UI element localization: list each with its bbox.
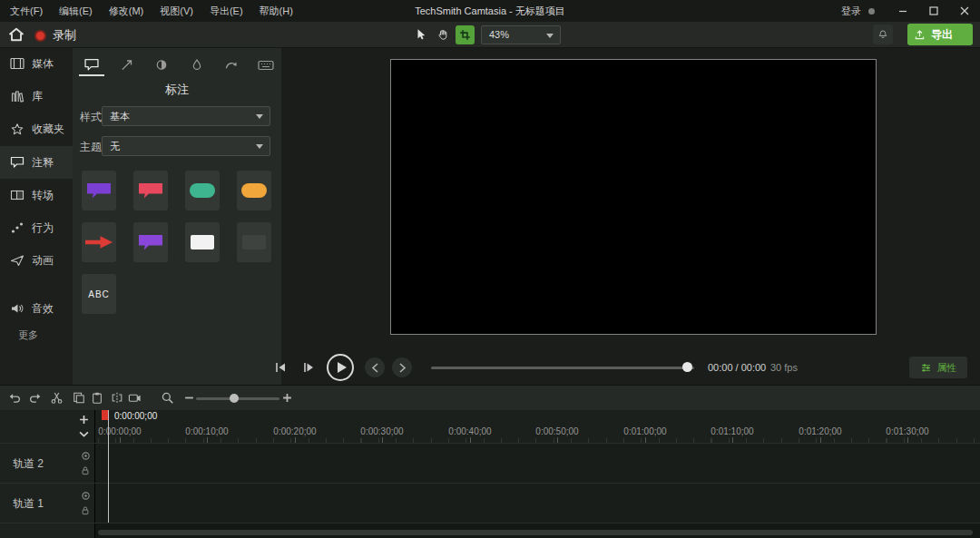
screenshot-button[interactable] xyxy=(127,390,142,406)
chevron-down-icon xyxy=(256,114,263,119)
split-button[interactable] xyxy=(109,390,124,406)
notifications-button[interactable] xyxy=(873,24,893,44)
arrow-icon xyxy=(120,58,134,72)
sidebar-item-library[interactable]: 库 xyxy=(0,80,73,112)
media-icon xyxy=(10,57,24,70)
sidebar-item-animations[interactable]: 动画 xyxy=(0,244,73,277)
callout-thumb-red-bubble[interactable] xyxy=(133,171,168,210)
purple-shape xyxy=(139,235,162,250)
timeline-zoom-knob[interactable] xyxy=(230,394,239,403)
cut-button[interactable] xyxy=(49,390,64,406)
crop-tool-button[interactable] xyxy=(456,25,475,44)
playback-fps: 30 fps xyxy=(770,362,798,373)
play-button[interactable] xyxy=(327,354,354,381)
maximize-button[interactable] xyxy=(918,0,949,22)
step-back-button[interactable] xyxy=(365,357,385,377)
jump-to-start-button[interactable] xyxy=(272,359,289,376)
export-label: 导出 xyxy=(931,27,953,43)
record-button[interactable]: 录制 xyxy=(34,24,76,47)
menu-modify[interactable]: 修改(M) xyxy=(101,0,152,22)
style-dropdown[interactable]: 基本 xyxy=(102,106,270,126)
properties-button[interactable]: 属性 xyxy=(909,357,967,378)
callout-thumb-outline[interactable] xyxy=(237,222,271,262)
zoom-out-button[interactable] xyxy=(181,390,197,406)
menu-view[interactable]: 视图(V) xyxy=(152,0,201,22)
tab-arrows[interactable] xyxy=(116,54,138,74)
zoom-in-button[interactable] xyxy=(279,390,295,406)
menu-edit[interactable]: 编辑(E) xyxy=(51,0,101,22)
timeline-zoom-search-icon[interactable] xyxy=(160,390,175,406)
track1-toggle-icon[interactable] xyxy=(79,489,92,502)
callout-thumb-yellow-cloud[interactable] xyxy=(237,171,271,210)
green-cloud-shape xyxy=(190,183,215,198)
sidebar-item-audio-effects[interactable]: 音效 xyxy=(0,292,73,325)
collapse-tracks-button[interactable] xyxy=(76,427,91,440)
minimize-button[interactable] xyxy=(887,0,918,22)
tab-shapes[interactable] xyxy=(151,54,172,74)
callout-thumb-red-burst[interactable] xyxy=(82,222,116,262)
track2-lock-icon[interactable] xyxy=(79,464,92,476)
scrubber-knob[interactable] xyxy=(682,362,692,372)
menu-file[interactable]: 文件(F) xyxy=(2,0,51,22)
sidebar-item-media[interactable]: 媒体 xyxy=(0,47,73,80)
undo-button[interactable] xyxy=(7,390,23,406)
track1-lock-icon[interactable] xyxy=(79,504,92,516)
callout-thumb-white-rect[interactable] xyxy=(185,222,220,262)
titlebar-right: 登录 xyxy=(836,0,980,22)
menu-help[interactable]: 帮助(H) xyxy=(251,0,301,22)
callout-thumb-purple-shape[interactable] xyxy=(133,222,168,262)
next-frame-button[interactable] xyxy=(300,359,317,376)
sidebar-item-transitions[interactable]: 转场 xyxy=(0,179,73,211)
callout-thumb-text[interactable]: ABC xyxy=(82,274,116,314)
pan-tool-button[interactable] xyxy=(436,27,450,42)
panel-title: 标注 xyxy=(73,82,281,98)
playhead-line[interactable] xyxy=(108,410,109,523)
sidebar-item-favorites[interactable]: 收藏夹 xyxy=(0,112,73,145)
ruler-tick xyxy=(295,437,296,443)
menu-export[interactable]: 导出(E) xyxy=(201,0,251,22)
export-button[interactable]: 导出 xyxy=(907,24,973,45)
account-status-icon[interactable] xyxy=(868,8,875,15)
ruler-label: 0:01:30;00 xyxy=(886,426,928,436)
playhead-handle[interactable] xyxy=(102,410,108,420)
sidebar-item-behaviors[interactable]: 行为 xyxy=(0,211,73,244)
sidebar-item-label: 库 xyxy=(32,89,43,104)
ruler-label: 0:00:50;00 xyxy=(535,426,578,436)
home-button[interactable] xyxy=(7,25,25,44)
sidebar-item-more[interactable]: 更多 xyxy=(0,324,73,346)
ruler-tick xyxy=(645,437,646,443)
tab-blur[interactable] xyxy=(186,54,208,74)
sidebar-item-label: 转场 xyxy=(32,188,54,203)
ruler-tick xyxy=(820,437,821,443)
callout-thumb-purple-bubble[interactable] xyxy=(82,171,116,210)
ruler-label: 0:00:10;00 xyxy=(185,426,228,436)
signin-link[interactable]: 登录 xyxy=(836,5,867,18)
sidebar-item-annotations[interactable]: 注释 xyxy=(0,146,73,179)
theme-dropdown[interactable]: 无 xyxy=(102,136,270,156)
track-label[interactable]: 轨道 2 xyxy=(13,456,44,472)
menu-bar: 文件(F) 编辑(E) 修改(M) 视图(V) 导出(E) 帮助(H) xyxy=(2,0,301,22)
paste-button[interactable] xyxy=(89,390,104,406)
preview-stage[interactable] xyxy=(390,59,877,335)
close-button[interactable] xyxy=(949,0,980,22)
speech-bubble-icon xyxy=(83,58,100,72)
tab-callouts[interactable] xyxy=(81,54,103,74)
step-forward-button[interactable] xyxy=(392,357,412,377)
canvas-zoom-select[interactable]: 43% xyxy=(481,25,561,44)
timeline-horizontal-scrollbar[interactable] xyxy=(98,530,973,535)
cursor-tool-button[interactable] xyxy=(414,27,428,42)
add-track-button[interactable] xyxy=(76,413,91,426)
redo-button[interactable] xyxy=(27,390,43,406)
ruler-label: 0:00:40;00 xyxy=(448,426,491,436)
playhead-time: 0:00:00;00 xyxy=(114,411,157,421)
copy-button[interactable] xyxy=(71,390,86,406)
track-label[interactable]: 轨道 1 xyxy=(13,496,44,512)
tab-sketch-motion[interactable] xyxy=(220,54,242,74)
preview-scrubber[interactable] xyxy=(431,367,694,369)
canvas-zoom-value: 43% xyxy=(489,26,509,44)
track2-toggle-icon[interactable] xyxy=(79,449,92,462)
callout-thumb-green-cloud[interactable] xyxy=(185,171,220,210)
style-label: 样式 xyxy=(80,110,102,125)
star-icon xyxy=(10,122,24,136)
tab-keystroke[interactable] xyxy=(255,54,277,74)
